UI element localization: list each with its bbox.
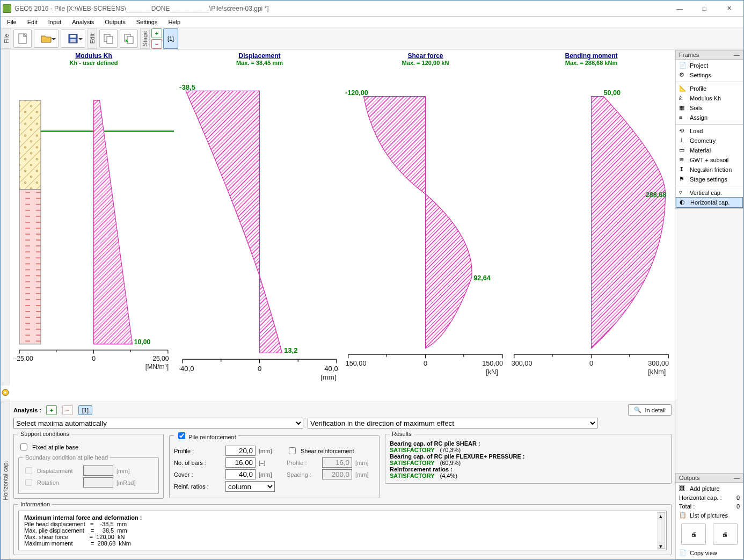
frame-item-stage-settings[interactable]: ⚑Stage settings	[676, 174, 743, 184]
save-button[interactable]	[61, 30, 85, 48]
new-button[interactable]	[13, 30, 32, 48]
svg-text:40,0: 40,0	[324, 365, 338, 373]
frame-item-settings[interactable]: ⚙Settings	[676, 70, 743, 80]
frame-label: Material	[690, 147, 711, 154]
analysis-add-button[interactable]: +	[46, 405, 57, 415]
paste-button[interactable]	[120, 30, 138, 48]
copy-button[interactable]	[99, 30, 118, 48]
frame-item-gwt-subsoil[interactable]: ≋GWT + subsoil	[676, 155, 743, 165]
chart-moment-sub: Max. = 288,68 kNm	[565, 60, 618, 67]
svg-text:0: 0	[424, 360, 427, 367]
frame-label: Stage settings	[690, 176, 727, 183]
bc-rot-input	[83, 477, 113, 488]
svg-rect-11	[70, 39, 76, 42]
frame-item-soils[interactable]: ▦Soils	[676, 103, 743, 113]
print-2-button[interactable]: 🖨	[713, 523, 738, 545]
canvas-settings-button[interactable]	[1, 386, 10, 399]
chart-moment-title: Bending moment	[565, 52, 618, 60]
bc-rot-checkbox	[25, 479, 32, 486]
bottom-tab-label: Horizontal cap.	[2, 461, 9, 500]
frame-label: Project	[690, 62, 708, 69]
frame-label: GWT + subsoil	[690, 157, 728, 163]
close-button[interactable]: ✕	[717, 1, 741, 16]
frame-icon: ⚙	[679, 71, 687, 79]
chart-shear-sub: Max. = 120,00 kN	[402, 60, 449, 67]
open-button[interactable]	[34, 30, 59, 48]
frame-item-vertical-cap-[interactable]: ▿Vertical cap.	[676, 188, 743, 198]
frame-label: Assign	[690, 114, 707, 121]
list-icon: 📋	[679, 512, 687, 519]
verification-select[interactable]: Verification in the direction of maximum…	[308, 418, 597, 428]
svg-text:[kNm]: [kNm]	[648, 368, 666, 376]
support-legend: Support conditions	[18, 431, 71, 437]
frame-item-material[interactable]: ▭Material	[676, 146, 743, 155]
list-pictures-button[interactable]: 📋List of pictures	[676, 511, 743, 520]
frame-item-project[interactable]: 📄Project	[676, 61, 743, 70]
add-picture-icon: 🖼	[679, 485, 687, 492]
frame-label: Horizontal cap.	[690, 199, 730, 206]
menu-input[interactable]: Input	[43, 18, 67, 26]
fixed-base-checkbox[interactable]	[20, 443, 27, 450]
vtab-stage: Stage	[142, 31, 148, 46]
svg-rect-13	[107, 37, 113, 43]
outputs-collapse-button[interactable]: —	[734, 475, 740, 481]
frame-label: Settings	[690, 72, 711, 78]
menu-file[interactable]: File	[2, 18, 22, 26]
stage-1-button[interactable]: [1]	[163, 28, 178, 49]
menu-settings[interactable]: Settings	[131, 18, 163, 26]
vtab-edit: Edit	[89, 33, 96, 43]
analysis-1-button[interactable]: [1]	[78, 405, 92, 415]
chart-modulus-sub: Kh - user defined	[70, 60, 118, 67]
maxima-select[interactable]: Select maxima automatically	[13, 418, 303, 428]
maximize-button[interactable]: □	[692, 1, 717, 16]
frame-icon: 📐	[679, 85, 687, 92]
frame-item-geometry[interactable]: ⊥Geometry	[676, 136, 743, 146]
frame-label: Soils	[690, 105, 703, 111]
frame-item-modulus-kh[interactable]: 𝑘Modulus Kh	[676, 93, 743, 103]
copy-icon: 📄	[679, 549, 687, 557]
svg-text:-150,00: -150,00	[345, 360, 366, 367]
pile-reinf-checkbox[interactable]	[178, 432, 185, 439]
add-picture-button[interactable]: 🖼Add picture	[676, 484, 743, 493]
frame-icon: ≋	[679, 156, 687, 164]
menu-outputs[interactable]: Outputs	[99, 18, 131, 26]
frames-collapse-button[interactable]: —	[734, 52, 740, 58]
in-detail-button[interactable]: 🔍 In detail	[628, 404, 672, 416]
frame-item-neg-skin-friction[interactable]: ↧Neg.skin friction	[676, 165, 743, 174]
print-1-button[interactable]: 🖨	[681, 523, 706, 545]
frame-icon: ▿	[679, 189, 687, 197]
stage-remove-button[interactable]: −	[151, 39, 162, 49]
frame-item-profile[interactable]: 📐Profile	[676, 84, 743, 93]
chart-disp-sub: Max. = 38,45 mm	[236, 60, 283, 67]
svg-rect-15	[127, 37, 133, 43]
frame-item-load[interactable]: ⟲Load	[676, 126, 743, 136]
bars-input[interactable]	[225, 457, 256, 468]
svg-text:-300,00: -300,00	[511, 360, 532, 367]
vtab-file: File	[3, 34, 10, 43]
analysis-remove-button[interactable]: −	[62, 405, 73, 415]
frame-item-assign[interactable]: ≡Assign	[676, 113, 743, 122]
svg-point-17	[4, 391, 6, 394]
menu-edit[interactable]: Edit	[22, 18, 43, 26]
frame-item-horizontal-cap-[interactable]: ◐Horizontal cap.	[676, 197, 743, 208]
frame-icon: ◐	[680, 199, 687, 206]
app-icon	[3, 4, 11, 13]
window-title: GEO5 2016 - Pile [X:\WEB-SCREENS\_______…	[14, 5, 667, 12]
svg-text:[mm]: [mm]	[320, 373, 336, 381]
svg-text:-25,00: -25,00	[14, 355, 33, 362]
info-scrollbar[interactable]: ▴▾	[658, 512, 665, 549]
shear-spacing-input	[322, 469, 352, 479]
copy-view-button[interactable]: 📄Copy view	[676, 548, 743, 558]
stage-add-button[interactable]: +	[151, 28, 162, 38]
ratio-select[interactable]: column	[225, 481, 275, 492]
profile-input[interactable]	[225, 446, 256, 456]
frame-icon: ▭	[679, 147, 687, 154]
cover-input[interactable]	[225, 469, 256, 479]
shear-profile-input	[322, 457, 352, 468]
shear-reinf-checkbox[interactable]	[289, 447, 296, 454]
minimize-button[interactable]: —	[667, 1, 692, 16]
menu-help[interactable]: Help	[163, 18, 186, 26]
magnifier-icon: 🔍	[634, 406, 641, 413]
svg-rect-18	[19, 100, 41, 190]
menu-analysis[interactable]: Analysis	[67, 18, 99, 26]
